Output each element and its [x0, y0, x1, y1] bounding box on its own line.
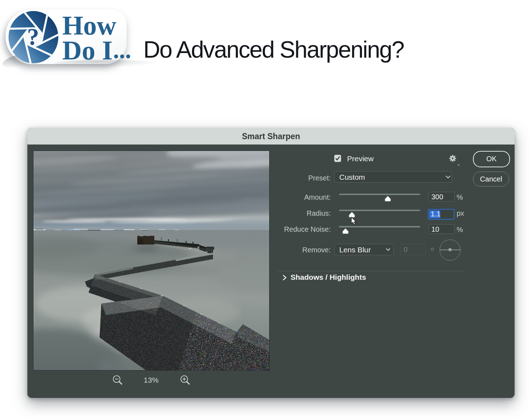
svg-text:?: ?	[27, 23, 39, 50]
